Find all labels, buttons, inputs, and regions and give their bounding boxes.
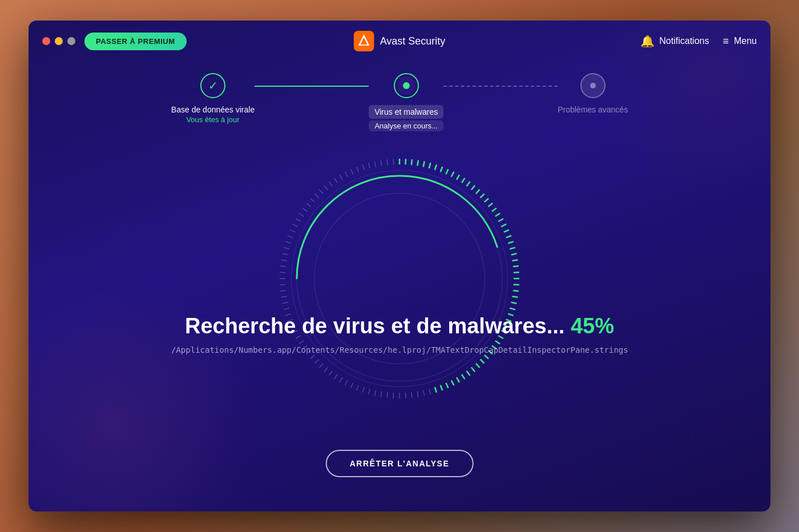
window-controls [42, 37, 75, 45]
svg-line-8 [429, 163, 431, 168]
svg-line-35 [513, 291, 519, 291]
svg-line-27 [508, 241, 514, 243]
outer-tick-ring [263, 142, 536, 416]
svg-line-6 [417, 160, 418, 166]
left-controls: PASSER À PREMIUM [42, 33, 187, 50]
svg-line-120 [381, 160, 382, 166]
step-2-circle [394, 73, 419, 98]
scan-main-text: Recherche de virus et de malwares... 45% [171, 314, 628, 338]
svg-line-117 [362, 164, 364, 170]
svg-line-32 [514, 272, 519, 273]
svg-line-65 [387, 392, 388, 398]
scan-text-area: Recherche de virus et de malwares... 45%… [171, 314, 628, 354]
svg-line-5 [411, 159, 412, 165]
svg-line-108 [315, 194, 319, 198]
svg-line-19 [485, 198, 489, 202]
menu-button[interactable]: ≡ Menu [723, 35, 757, 47]
svg-line-13 [457, 175, 459, 180]
svg-line-104 [299, 213, 304, 216]
active-dot [403, 82, 410, 89]
svg-line-105 [302, 208, 307, 212]
svg-line-20 [488, 203, 493, 207]
svg-line-112 [334, 178, 337, 183]
svg-line-26 [506, 236, 511, 238]
svg-line-21 [492, 208, 497, 212]
svg-line-100 [288, 236, 293, 238]
svg-line-53 [457, 377, 459, 382]
svg-line-78 [315, 359, 319, 363]
svg-line-122 [393, 159, 394, 164]
svg-line-106 [306, 203, 311, 207]
svg-line-73 [340, 377, 342, 382]
scan-file-path: /Applications/Numbers.app/Contents/Resou… [171, 345, 628, 354]
svg-line-51 [467, 371, 470, 376]
svg-line-10 [441, 167, 443, 172]
app-title-group: Avast Security [354, 31, 446, 51]
svg-line-101 [290, 230, 295, 232]
svg-line-75 [329, 371, 333, 376]
svg-line-50 [471, 367, 475, 372]
app-window: PASSER À PREMIUM Avast Security 🔔 Notifi… [29, 21, 770, 511]
svg-line-99 [285, 241, 291, 243]
close-button[interactable] [42, 37, 50, 45]
right-controls: 🔔 Notifications ≡ Menu [640, 34, 757, 48]
svg-line-9 [435, 164, 437, 170]
title-bar: PASSER À PREMIUM Avast Security 🔔 Notifi… [29, 21, 770, 62]
svg-line-36 [513, 296, 518, 297]
stop-scan-button[interactable]: ARRÊTER L'ANALYSE [326, 450, 474, 477]
svg-line-109 [319, 190, 323, 194]
menu-label: Menu [734, 36, 757, 46]
svg-line-90 [281, 296, 287, 297]
svg-line-77 [319, 364, 323, 368]
svg-line-47 [485, 355, 489, 359]
svg-line-48 [480, 359, 484, 363]
svg-line-60 [417, 392, 418, 397]
step-1-circle: ✓ [200, 73, 225, 98]
minimize-button[interactable] [55, 37, 63, 45]
svg-line-121 [387, 159, 388, 165]
svg-line-11 [446, 169, 448, 174]
svg-line-37 [511, 303, 517, 304]
app-name-label: Avast Security [380, 35, 446, 47]
svg-line-34 [514, 284, 519, 285]
scan-area: // This won't execute inline, handled be… [29, 89, 770, 511]
svg-line-115 [351, 169, 353, 174]
scan-percentage: 45% [571, 314, 614, 338]
hamburger-icon: ≡ [723, 35, 729, 47]
svg-line-98 [284, 248, 289, 249]
svg-line-71 [351, 383, 353, 388]
premium-button[interactable]: PASSER À PREMIUM [84, 33, 187, 50]
notifications-button[interactable]: 🔔 Notifications [640, 34, 709, 48]
svg-line-110 [324, 186, 328, 190]
svg-line-102 [293, 224, 298, 227]
svg-line-97 [283, 253, 288, 255]
svg-line-15 [467, 182, 470, 186]
svg-line-72 [345, 380, 348, 385]
svg-line-28 [510, 248, 515, 249]
svg-line-14 [462, 178, 465, 183]
svg-line-76 [324, 367, 328, 372]
svg-line-22 [495, 213, 500, 216]
scan-circle-container: // This won't execute inline, handled be… [291, 170, 508, 387]
svg-line-92 [280, 284, 285, 285]
svg-line-54 [451, 380, 454, 385]
pending-dot [590, 83, 596, 88]
svg-line-16 [471, 186, 475, 190]
svg-line-7 [423, 162, 425, 167]
svg-line-49 [476, 364, 480, 368]
svg-line-38 [510, 308, 515, 310]
svg-line-96 [281, 260, 287, 261]
svg-line-111 [329, 182, 333, 186]
svg-line-17 [476, 190, 480, 194]
svg-line-114 [345, 172, 348, 177]
svg-line-57 [435, 387, 437, 393]
connector-1 [255, 86, 369, 87]
svg-line-88 [284, 308, 289, 310]
svg-line-95 [280, 266, 286, 267]
svg-line-4 [405, 159, 406, 164]
svg-line-74 [334, 374, 337, 379]
maximize-button[interactable] [67, 37, 75, 45]
svg-line-103 [296, 219, 301, 221]
svg-line-56 [441, 385, 443, 390]
bell-icon: 🔔 [640, 34, 655, 48]
